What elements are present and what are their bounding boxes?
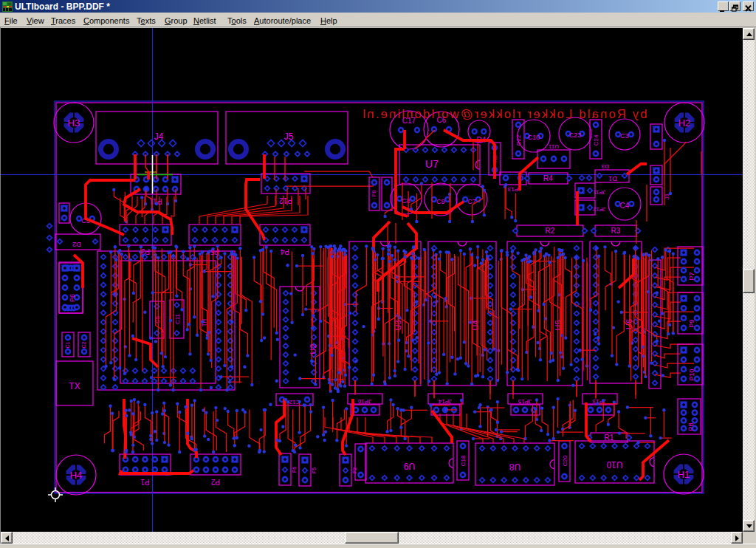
svg-text:R4: R4 — [543, 174, 553, 182]
svg-text:H1: H1 — [678, 469, 690, 480]
svg-text:R1: R1 — [605, 434, 614, 442]
svg-text:H4: H4 — [70, 470, 83, 481]
svg-text:U11: U11 — [548, 143, 559, 150]
svg-text:P4: P4 — [280, 247, 289, 256]
svg-text:C1: C1 — [65, 341, 70, 348]
svg-text:P8: P8 — [371, 191, 377, 197]
svg-text:P12: P12 — [279, 196, 292, 205]
svg-text:D1: D1 — [608, 175, 617, 182]
svg-text:P8: P8 — [687, 422, 695, 431]
svg-text:P13: P13 — [507, 186, 518, 193]
svg-text:H3: H3 — [68, 117, 80, 129]
svg-text:JP12: JP12 — [593, 206, 605, 213]
svg-text:P9: P9 — [688, 319, 695, 327]
svg-text:P10: P10 — [688, 369, 695, 380]
svg-text:C7: C7 — [467, 198, 476, 205]
svg-text:C20: C20 — [562, 455, 568, 466]
svg-text:D3: D3 — [601, 163, 609, 170]
svg-text:JP16: JP16 — [357, 398, 371, 405]
svg-text:U7: U7 — [425, 158, 439, 170]
svg-text:C4: C4 — [620, 202, 630, 210]
svg-text:D2: D2 — [72, 241, 81, 248]
svg-text:J5: J5 — [284, 131, 294, 142]
svg-text:F5: F5 — [312, 467, 317, 473]
svg-text:JP11: JP11 — [594, 189, 606, 196]
svg-text:C9: C9 — [436, 198, 445, 205]
svg-text:U9: U9 — [404, 461, 416, 471]
svg-text:U10: U10 — [606, 459, 622, 470]
svg-text:C3: C3 — [620, 132, 629, 140]
svg-text:J4: J4 — [154, 131, 164, 142]
svg-text:C2: C2 — [81, 341, 86, 348]
svg-text:U8: U8 — [509, 462, 521, 472]
svg-text:H2: H2 — [678, 117, 691, 129]
svg-text:P1: P1 — [140, 478, 150, 486]
svg-text:C11: C11 — [174, 313, 181, 324]
svg-text:JP15: JP15 — [518, 398, 532, 405]
svg-text:C10: C10 — [528, 134, 540, 141]
svg-text:F6: F6 — [292, 467, 297, 473]
svg-text:C8: C8 — [402, 197, 410, 205]
svg-text:JP14: JP14 — [438, 398, 452, 405]
svg-text:P7: P7 — [688, 272, 695, 280]
svg-text:C23: C23 — [569, 131, 582, 139]
svg-text:C24: C24 — [593, 134, 599, 145]
svg-text:P2: P2 — [210, 478, 220, 486]
svg-text:U2: U2 — [309, 343, 317, 354]
svg-text:R3: R3 — [611, 227, 621, 235]
svg-text:TX: TX — [69, 381, 80, 391]
svg-text:C18: C18 — [460, 455, 467, 466]
svg-text:P6: P6 — [69, 294, 76, 302]
svg-text:R2: R2 — [546, 227, 555, 235]
